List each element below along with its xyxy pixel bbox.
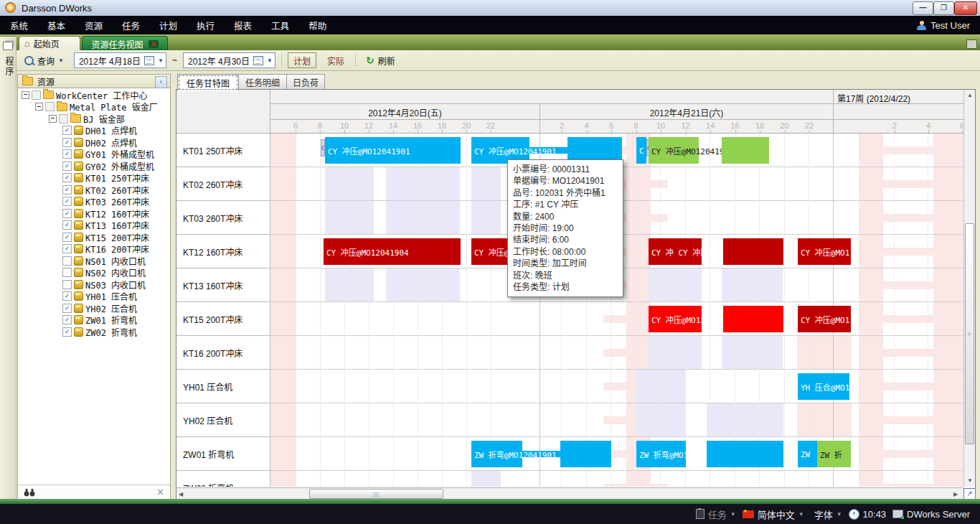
- task-bar[interactable]: ZW: [798, 441, 817, 467]
- tree-checkbox[interactable]: [62, 268, 72, 277]
- tree-checkbox[interactable]: ✓: [62, 220, 72, 230]
- tree-row[interactable]: ✓YH02 压合机: [18, 302, 169, 314]
- menu-item[interactable]: 系统: [10, 19, 28, 32]
- date-from-field[interactable]: 2012年 4月18日 ▼: [74, 52, 166, 68]
- tree-row[interactable]: ✓KT16 200T冲床: [18, 243, 169, 256]
- task-bar[interactable]: CY 冲压@MO12041903: [649, 306, 702, 332]
- task-bar[interactable]: ZW 折弯@MO12041901: [471, 441, 522, 467]
- task-bar[interactable]: CY 冲 CY 冲压@MO12041904: [649, 238, 702, 265]
- menu-item[interactable]: 工具: [271, 19, 289, 32]
- tree-row[interactable]: Metal Plate 钣金厂: [18, 101, 169, 113]
- window-list-icon[interactable]: [966, 39, 977, 49]
- tree-checkbox[interactable]: [62, 280, 72, 289]
- tree-row[interactable]: WorkCenter 工作中心: [18, 89, 169, 101]
- expand-collapse-icon[interactable]: [49, 115, 57, 123]
- binoculars-icon[interactable]: [24, 488, 35, 497]
- tree-checkbox[interactable]: ✓: [62, 304, 72, 313]
- tree-row[interactable]: ✓GY02 外桶成型机: [18, 160, 169, 172]
- tree-row[interactable]: BJ 钣金部: [18, 113, 169, 125]
- tree-checkbox[interactable]: ✓: [62, 291, 72, 301]
- task-bar[interactable]: ZW 折: [817, 441, 851, 467]
- chevron-down-icon[interactable]: ▼: [798, 511, 804, 518]
- menu-item[interactable]: 基本: [47, 19, 65, 32]
- task-bar[interactable]: CY 冲压@MO1: [798, 238, 851, 265]
- tree-row[interactable]: ✓KT03 260T冲床: [18, 196, 169, 208]
- side-dock-label[interactable]: 程序: [3, 57, 15, 77]
- tree-row[interactable]: ✓KT01 250T冲床: [18, 172, 169, 184]
- minimize-button[interactable]: —: [913, 1, 933, 15]
- status-item[interactable]: 简体中文▼: [743, 507, 804, 521]
- task-bar[interactable]: CY 冲压@MO12041904: [324, 238, 461, 265]
- menu-item[interactable]: 任务: [122, 19, 140, 32]
- tree-checkbox[interactable]: ✓: [62, 197, 72, 206]
- refresh-button[interactable]: ↻ 刷新: [362, 53, 400, 68]
- tree-row[interactable]: ✓YH01 压合机: [18, 291, 169, 303]
- tree-row[interactable]: NS01 内收口机: [18, 255, 169, 267]
- scroll-right-icon[interactable]: ▶: [953, 491, 958, 497]
- scroll-up-icon[interactable]: ▲: [964, 92, 976, 98]
- expand-collapse-icon[interactable]: [22, 91, 29, 99]
- tree-row[interactable]: ✓GY01 外桶成型机: [18, 149, 169, 161]
- horizontal-scroll-thumb[interactable]: |||: [309, 489, 443, 499]
- scroll-down-icon[interactable]: ▼: [964, 477, 976, 484]
- calendar-icon[interactable]: [253, 56, 263, 65]
- tree-checkbox[interactable]: ✓: [62, 162, 72, 171]
- menu-item[interactable]: 帮助: [308, 19, 326, 32]
- tree-checkbox[interactable]: ✓: [62, 233, 72, 242]
- tree-row[interactable]: ✓KT12 160T冲床: [18, 207, 169, 220]
- chevron-down-icon[interactable]: ▼: [837, 511, 842, 518]
- menu-item[interactable]: 报表: [234, 19, 252, 32]
- close-button[interactable]: ✕: [954, 1, 977, 15]
- query-caret-icon[interactable]: ▼: [58, 57, 64, 64]
- expand-collapse-icon[interactable]: [35, 103, 43, 111]
- tree-row[interactable]: ✓DH02 点焊机: [18, 136, 169, 149]
- tree-checkbox[interactable]: ✓: [62, 327, 72, 337]
- tree-checkbox[interactable]: [45, 102, 55, 111]
- tree-checkbox[interactable]: ✓: [62, 149, 72, 159]
- tree-row[interactable]: ✓KT15 200T冲床: [18, 231, 169, 243]
- tree-checkbox[interactable]: ✓: [62, 126, 72, 135]
- collapse-panel-button[interactable]: ‹: [155, 76, 167, 88]
- tree-row[interactable]: ✓ZW01 折弯机: [18, 314, 169, 327]
- tree-checkbox[interactable]: ✓: [62, 173, 72, 182]
- status-item[interactable]: 字体▼: [811, 507, 842, 521]
- tree-row[interactable]: ✓DH01 点焊机: [18, 125, 169, 137]
- tab-resource-task-view[interactable]: 资源任务视图 ✕: [82, 36, 168, 51]
- clear-filter-icon[interactable]: ✕: [156, 487, 164, 497]
- vertical-scrollbar[interactable]: ▲ ≡ ▼: [963, 90, 976, 487]
- query-button[interactable]: 查询 ▼: [20, 53, 68, 68]
- menu-item[interactable]: 计划: [159, 19, 177, 32]
- tab-close-icon[interactable]: ✕: [149, 40, 158, 48]
- tree-checkbox[interactable]: [59, 114, 68, 123]
- task-bar[interactable]: YH 压合@MO1: [798, 373, 849, 400]
- task-bar[interactable]: C: [636, 137, 646, 164]
- date-from-caret-icon[interactable]: ▼: [158, 57, 164, 64]
- task-bar[interactable]: [560, 441, 611, 467]
- task-bar[interactable]: CY 冲压@MO12041901: [325, 137, 461, 164]
- tree-row[interactable]: NS03 内收口机: [18, 279, 169, 291]
- restore-button[interactable]: ❐: [933, 1, 954, 15]
- task-bar[interactable]: CY 冲压@MO12041902: [649, 137, 699, 164]
- tree-checkbox[interactable]: ✓: [62, 185, 72, 195]
- task-bar[interactable]: [723, 306, 783, 332]
- tree-checkbox[interactable]: ✓: [62, 138, 72, 147]
- tree-row[interactable]: ✓KT13 160T冲床: [18, 220, 169, 232]
- tree-checkbox[interactable]: ✓: [62, 209, 72, 218]
- tree-checkbox[interactable]: [62, 256, 72, 266]
- chevron-down-icon[interactable]: ▼: [730, 511, 736, 518]
- task-bar[interactable]: [707, 441, 783, 467]
- menu-item[interactable]: 资源: [85, 19, 103, 32]
- date-to-field[interactable]: 2012年 4月30日 ▼: [183, 52, 275, 68]
- menu-item[interactable]: 执行: [197, 19, 215, 32]
- user-box[interactable]: Test User: [917, 16, 970, 34]
- actual-toggle-button[interactable]: 实际: [322, 53, 349, 67]
- tree-checkbox[interactable]: ✓: [62, 244, 72, 253]
- date-to-caret-icon[interactable]: ▼: [267, 57, 273, 64]
- task-bar[interactable]: ZW 折弯@MO12041901: [636, 441, 686, 467]
- plan-toggle-button[interactable]: 计划: [288, 52, 316, 68]
- tab-task-detail[interactable]: 任务明细: [238, 74, 287, 90]
- tree-checkbox[interactable]: [32, 90, 41, 100]
- status-item[interactable]: 任务▼: [696, 507, 736, 521]
- tree-row[interactable]: ✓KT02 260T冲床: [18, 184, 169, 196]
- tree-checkbox[interactable]: ✓: [62, 315, 72, 324]
